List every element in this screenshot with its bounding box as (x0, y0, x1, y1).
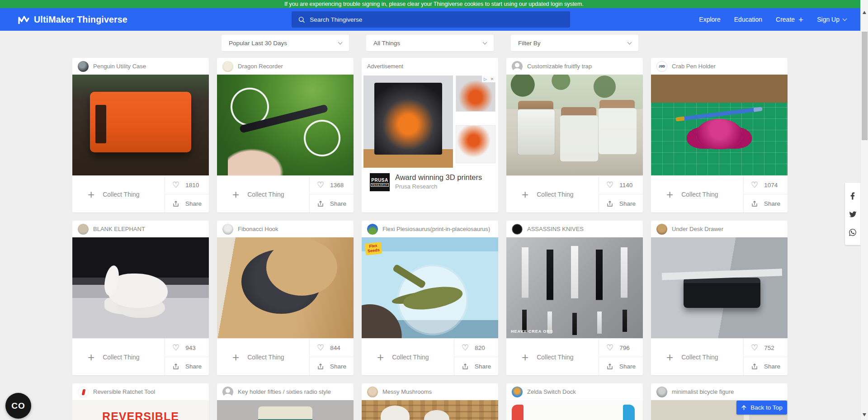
nav-education[interactable]: Education (734, 16, 762, 23)
collect-thing-button[interactable]: +Collect Thing (651, 339, 743, 375)
like-button[interactable]: ♡844 (310, 339, 354, 357)
page-scrollbar[interactable] (860, 0, 868, 420)
thing-title[interactable]: ASSASSINS KNIVES (527, 226, 584, 232)
thing-title[interactable]: Messy Mushrooms (382, 388, 432, 395)
type-dropdown[interactable]: All Things (366, 35, 494, 51)
sort-dropdown[interactable]: Popular Last 30 Days (222, 35, 349, 51)
creator-avatar[interactable] (78, 61, 89, 72)
share-label: Share (330, 200, 346, 207)
share-button[interactable]: Share (599, 194, 643, 212)
thing-image[interactable] (217, 400, 354, 420)
thing-image[interactable] (506, 400, 643, 420)
thing-title[interactable]: Penguin Utility Case (93, 63, 146, 70)
heart-icon: ♡ (172, 181, 179, 189)
like-button[interactable]: ♡752 (744, 339, 788, 357)
thing-image[interactable] (217, 237, 354, 338)
thing-title[interactable]: Crab Pen Holder (672, 63, 716, 70)
whatsapp-icon[interactable] (849, 228, 857, 236)
thing-title[interactable]: Fibonacci Hook (238, 226, 278, 232)
like-button[interactable]: ♡796 (599, 339, 643, 357)
ad-close-icon[interactable]: ✕ (489, 76, 495, 82)
nav-explore[interactable]: Explore (699, 16, 720, 23)
collect-thing-button[interactable]: +Collect Thing (651, 176, 743, 212)
creator-avatar[interactable] (222, 387, 233, 397)
like-button[interactable]: ♡1140 (599, 176, 643, 194)
collect-thing-button[interactable]: +Collect Thing (72, 176, 165, 212)
like-button[interactable]: ♡943 (165, 339, 209, 357)
share-icon (606, 200, 613, 208)
thing-image[interactable] (362, 400, 498, 420)
share-button[interactable]: Share (165, 357, 209, 375)
share-button[interactable]: Share (744, 194, 788, 212)
share-button[interactable]: Share (744, 357, 788, 375)
creator-avatar[interactable] (78, 387, 89, 397)
collect-thing-button[interactable]: +Collect Thing (362, 339, 454, 375)
share-button[interactable]: Share (310, 194, 354, 212)
creator-avatar[interactable] (512, 224, 523, 235)
adchoices-icon[interactable]: ▷ (482, 76, 489, 82)
search-bar[interactable] (292, 11, 570, 28)
collect-thing-button[interactable]: +Collect Thing (506, 339, 599, 375)
thing-image[interactable]: Flex Seeds (362, 237, 498, 338)
scrollbar-down-arrow-icon[interactable] (863, 413, 866, 416)
creator-avatar[interactable]: J3D (656, 61, 667, 72)
thing-image[interactable]: REVERSIBLE (72, 400, 209, 420)
share-button[interactable]: Share (454, 357, 498, 375)
creator-avatar[interactable] (512, 387, 523, 397)
thing-title[interactable]: Reversible Ratchet Tool (93, 388, 155, 395)
facebook-icon[interactable] (850, 192, 855, 200)
like-button[interactable]: ♡1074 (744, 176, 788, 194)
scrollbar-up-arrow-icon[interactable] (863, 11, 866, 14)
twitter-icon[interactable] (849, 211, 857, 218)
nav-signup[interactable]: Sign Up (817, 16, 846, 23)
collect-thing-button[interactable]: +Collect Thing (217, 339, 309, 375)
thing-image[interactable]: HEAVY CREA ORS (506, 237, 643, 338)
scrollbar-thumb[interactable] (862, 32, 868, 140)
thing-image[interactable] (72, 75, 209, 175)
prusa-logo[interactable]: PRUSA RESEARCH (370, 173, 390, 191)
thing-title[interactable]: minimalist bicycle figure (672, 388, 734, 395)
create-plus-icon: + (798, 15, 803, 24)
creator-avatar[interactable] (367, 224, 378, 235)
creator-avatar[interactable] (222, 61, 233, 72)
like-button[interactable]: ♡820 (454, 339, 498, 357)
creator-avatar[interactable] (78, 224, 89, 235)
thing-image[interactable] (651, 75, 788, 175)
like-button[interactable]: ♡1368 (310, 176, 354, 194)
nav-create[interactable]: Create+ (776, 15, 803, 24)
thing-title[interactable]: Under Desk Drawer (672, 226, 723, 232)
back-to-top-button[interactable]: Back to Top (736, 401, 787, 415)
heart-icon: ♡ (606, 181, 613, 189)
thing-title[interactable]: Dragon Recorder (238, 63, 283, 70)
collect-thing-button[interactable]: +Collect Thing (506, 176, 599, 212)
creator-avatar[interactable] (512, 61, 523, 72)
creator-avatar[interactable] (656, 224, 667, 235)
search-input[interactable] (310, 16, 564, 23)
share-icon (751, 363, 758, 370)
thing-title[interactable]: BLANK ELEPHANT (93, 226, 145, 232)
thing-title[interactable]: Flexi Plesiosaurus(print-in-placeiosauru… (382, 226, 490, 232)
creator-avatar[interactable] (656, 387, 667, 397)
thing-image[interactable] (506, 75, 643, 175)
ad-badges: ▷ ✕ (482, 76, 495, 82)
thing-image[interactable] (72, 237, 209, 338)
thing-title[interactable]: Customizable fruitfly trap (527, 63, 592, 70)
share-button[interactable]: Share (599, 357, 643, 375)
thing-title[interactable]: Zelda Switch Dock (527, 388, 576, 395)
cookie-consent-widget[interactable]: CO (5, 393, 31, 419)
thing-image[interactable] (651, 237, 788, 338)
collect-thing-button[interactable]: +Collect Thing (72, 339, 165, 375)
card-actions: +Collect Thing ♡844 Share (217, 338, 354, 375)
share-button[interactable]: Share (310, 357, 354, 375)
thing-image[interactable] (217, 75, 354, 175)
brand-home-link[interactable]: UltiMaker Thingiverse (18, 8, 127, 31)
ad-headline[interactable]: Award winning 3D printers (395, 173, 482, 182)
collect-thing-button[interactable]: +Collect Thing (217, 176, 309, 212)
ad-creative[interactable]: ▷ ✕ (363, 75, 496, 169)
like-button[interactable]: ♡1810 (165, 176, 209, 194)
creator-avatar[interactable] (367, 387, 378, 397)
filter-by-dropdown[interactable]: Filter By (511, 35, 638, 51)
creator-avatar[interactable] (222, 224, 233, 235)
share-button[interactable]: Share (165, 194, 209, 212)
thing-title[interactable]: Key holder fifties / sixties radio style (238, 388, 331, 395)
